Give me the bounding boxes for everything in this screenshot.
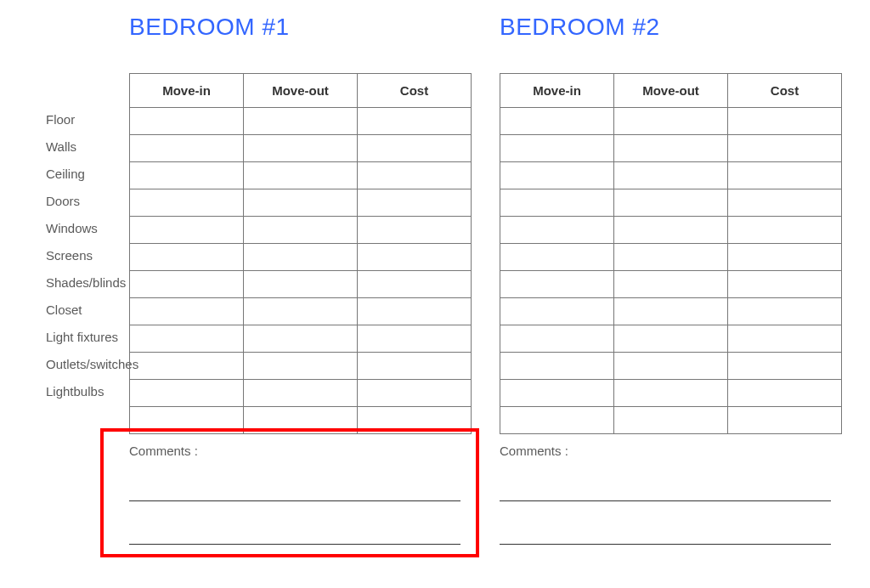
table-cell[interactable]	[130, 108, 244, 135]
table-cell[interactable]	[130, 244, 244, 271]
table-cell[interactable]	[614, 380, 728, 407]
table-cell[interactable]	[614, 162, 728, 189]
table-cell[interactable]	[130, 217, 244, 244]
section-title-bedroom1: BEDROOM #1	[129, 14, 290, 41]
table-cell[interactable]	[500, 135, 614, 162]
comments-label: Comments :	[129, 444, 460, 458]
table-cell[interactable]	[614, 407, 728, 434]
table-cell[interactable]	[500, 353, 614, 380]
table-row	[500, 271, 842, 298]
table-cell[interactable]	[500, 271, 614, 298]
table-cell[interactable]	[244, 298, 358, 325]
comment-line[interactable]	[500, 544, 831, 545]
table-cell[interactable]	[358, 298, 472, 325]
table-cell[interactable]	[500, 189, 614, 217]
table-row	[500, 298, 842, 325]
table-cell[interactable]	[130, 189, 244, 217]
table-cell[interactable]	[358, 380, 472, 407]
table-cell[interactable]	[358, 162, 472, 189]
table-cell[interactable]	[244, 135, 358, 162]
table-cell[interactable]	[500, 380, 614, 407]
table-row	[130, 298, 472, 325]
table-row	[130, 380, 472, 407]
table-cell[interactable]	[358, 108, 472, 135]
table-cell[interactable]	[614, 271, 728, 298]
table-cell[interactable]	[728, 108, 842, 135]
table-cell[interactable]	[358, 217, 472, 244]
table-cell[interactable]	[614, 353, 728, 380]
table-cell[interactable]	[244, 189, 358, 217]
table-row	[130, 108, 472, 135]
table-cell[interactable]	[244, 353, 358, 380]
row-label: Doors	[46, 188, 131, 215]
table-cell[interactable]	[728, 271, 842, 298]
table-cell[interactable]	[130, 135, 244, 162]
table-cell[interactable]	[358, 244, 472, 271]
comments-bedroom2: Comments :	[500, 444, 831, 545]
table-cell[interactable]	[500, 217, 614, 244]
column-header: Move-out	[614, 74, 728, 108]
table-cell[interactable]	[130, 271, 244, 298]
table-cell[interactable]	[728, 189, 842, 217]
table-row	[500, 135, 842, 162]
table-cell[interactable]	[614, 298, 728, 325]
table-cell[interactable]	[358, 189, 472, 217]
table-cell[interactable]	[614, 135, 728, 162]
table-cell[interactable]	[728, 244, 842, 271]
table-row	[130, 217, 472, 244]
column-header: Move-out	[244, 74, 358, 108]
table-cell[interactable]	[500, 298, 614, 325]
table-cell[interactable]	[728, 353, 842, 380]
table-cell[interactable]	[614, 108, 728, 135]
table-cell[interactable]	[500, 108, 614, 135]
table-cell[interactable]	[358, 135, 472, 162]
table-cell[interactable]	[358, 325, 472, 353]
page: BEDROOM #1 BEDROOM #2 FloorWallsCeilingD…	[0, 0, 870, 588]
table-cell[interactable]	[614, 189, 728, 217]
table-cell[interactable]	[130, 298, 244, 325]
table-cell[interactable]	[500, 325, 614, 353]
table-cell[interactable]	[244, 108, 358, 135]
table-cell[interactable]	[728, 325, 842, 353]
table-cell[interactable]	[728, 217, 842, 244]
table-row	[500, 380, 842, 407]
table-cell[interactable]	[358, 407, 472, 434]
table-cell[interactable]	[500, 407, 614, 434]
table-cell[interactable]	[244, 244, 358, 271]
table-cell[interactable]	[244, 407, 358, 434]
table-cell[interactable]	[728, 298, 842, 325]
table-cell[interactable]	[130, 325, 244, 353]
table-cell[interactable]	[244, 380, 358, 407]
table-cell[interactable]	[728, 407, 842, 434]
table-cell[interactable]	[728, 162, 842, 189]
table-row	[130, 135, 472, 162]
table-cell[interactable]	[244, 271, 358, 298]
comment-line[interactable]	[129, 544, 460, 545]
table-cell[interactable]	[500, 162, 614, 189]
table-cell[interactable]	[728, 135, 842, 162]
table-row	[130, 271, 472, 298]
table-row	[130, 325, 472, 353]
table-row	[130, 189, 472, 217]
table-cell[interactable]	[614, 325, 728, 353]
table-header-row: Move-inMove-outCost	[500, 74, 842, 108]
table-cell[interactable]	[130, 380, 244, 407]
table-cell[interactable]	[614, 244, 728, 271]
table-cell[interactable]	[130, 162, 244, 189]
row-label: Light fixtures	[46, 324, 131, 351]
comment-line[interactable]	[500, 500, 831, 501]
table-cell[interactable]	[244, 162, 358, 189]
comment-line[interactable]	[129, 500, 460, 501]
table-cell[interactable]	[728, 380, 842, 407]
column-header: Cost	[728, 74, 842, 108]
table-cell[interactable]	[244, 325, 358, 353]
section-title-bedroom2: BEDROOM #2	[500, 14, 660, 41]
table-cell[interactable]	[500, 244, 614, 271]
table-cell[interactable]	[244, 217, 358, 244]
table-cell[interactable]	[130, 407, 244, 434]
table-cell[interactable]	[358, 271, 472, 298]
table-cell[interactable]	[614, 217, 728, 244]
table-cell[interactable]	[130, 353, 244, 380]
table-row	[500, 108, 842, 135]
table-cell[interactable]	[358, 353, 472, 380]
